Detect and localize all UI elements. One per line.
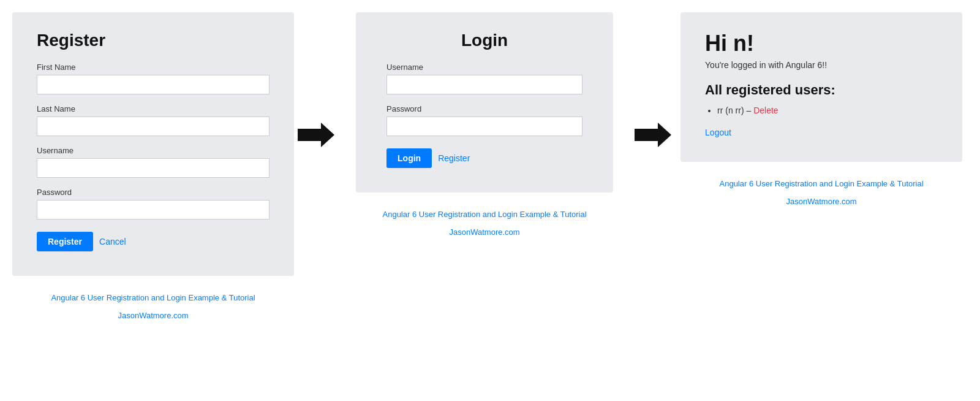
login-card: Login Username Password Login Register bbox=[356, 12, 613, 193]
username-input-register[interactable] bbox=[37, 158, 270, 178]
register-button[interactable]: Register bbox=[37, 232, 93, 251]
login-column: Login Username Password Login Register A… bbox=[338, 12, 631, 240]
user-display: rr (n rr) bbox=[717, 105, 744, 115]
first-name-label: First Name bbox=[37, 63, 270, 72]
home-footer-link[interactable]: Angular 6 User Registration and Login Ex… bbox=[720, 177, 924, 191]
login-username-group: Username bbox=[386, 63, 582, 94]
home-footer-site[interactable]: JasonWatmore.com bbox=[720, 194, 924, 208]
first-name-group: First Name bbox=[37, 63, 270, 94]
login-password-input[interactable] bbox=[386, 116, 582, 136]
register-title: Register bbox=[37, 31, 270, 50]
cancel-link[interactable]: Cancel bbox=[99, 237, 126, 246]
arrow-1-icon bbox=[298, 123, 334, 147]
username-label: Username bbox=[37, 146, 270, 155]
list-item: rr (n rr) – Delete bbox=[717, 105, 938, 115]
login-register-link[interactable]: Register bbox=[438, 153, 470, 163]
login-button[interactable]: Login bbox=[386, 148, 432, 168]
delete-link[interactable]: Delete bbox=[753, 105, 778, 115]
home-greeting: Hi n! bbox=[705, 31, 938, 56]
register-column: Register First Name Last Name Username P… bbox=[12, 12, 294, 323]
login-footer-link[interactable]: Angular 6 User Registration and Login Ex… bbox=[383, 207, 587, 221]
register-actions: Register Cancel bbox=[37, 232, 270, 251]
register-card: Register First Name Last Name Username P… bbox=[12, 12, 294, 276]
password-label: Password bbox=[37, 188, 270, 197]
login-password-group: Password bbox=[386, 104, 582, 136]
last-name-group: Last Name bbox=[37, 104, 270, 136]
login-password-label: Password bbox=[386, 104, 582, 113]
home-footer: Angular 6 User Registration and Login Ex… bbox=[720, 177, 924, 209]
username-group: Username bbox=[37, 146, 270, 178]
last-name-input[interactable] bbox=[37, 116, 270, 136]
login-username-input[interactable] bbox=[386, 75, 582, 94]
svg-marker-0 bbox=[298, 123, 334, 147]
login-title: Login bbox=[386, 31, 582, 50]
arrow-1 bbox=[294, 12, 338, 147]
home-card: Hi n! You're logged in with Angular 6!! … bbox=[680, 12, 962, 162]
arrow-2-icon bbox=[635, 123, 671, 147]
arrow-2 bbox=[631, 12, 675, 147]
svg-marker-1 bbox=[635, 123, 671, 147]
login-footer-site[interactable]: JasonWatmore.com bbox=[383, 225, 587, 239]
home-column: Hi n! You're logged in with Angular 6!! … bbox=[675, 12, 968, 209]
password-group: Password bbox=[37, 188, 270, 220]
password-input-register[interactable] bbox=[37, 200, 270, 220]
login-username-label: Username bbox=[386, 63, 582, 72]
home-subtitle: You're logged in with Angular 6!! bbox=[705, 60, 938, 70]
register-footer-site[interactable]: JasonWatmore.com bbox=[51, 308, 255, 323]
register-footer: Angular 6 User Registration and Login Ex… bbox=[51, 291, 255, 323]
user-separator: – bbox=[747, 105, 754, 115]
user-list: rr (n rr) – Delete bbox=[705, 105, 938, 115]
login-actions: Login Register bbox=[386, 148, 582, 168]
all-users-title: All registered users: bbox=[705, 82, 938, 98]
last-name-label: Last Name bbox=[37, 104, 270, 113]
register-footer-link[interactable]: Angular 6 User Registration and Login Ex… bbox=[51, 291, 255, 305]
first-name-input[interactable] bbox=[37, 75, 270, 94]
logout-link[interactable]: Logout bbox=[705, 128, 731, 137]
login-footer: Angular 6 User Registration and Login Ex… bbox=[383, 207, 587, 240]
